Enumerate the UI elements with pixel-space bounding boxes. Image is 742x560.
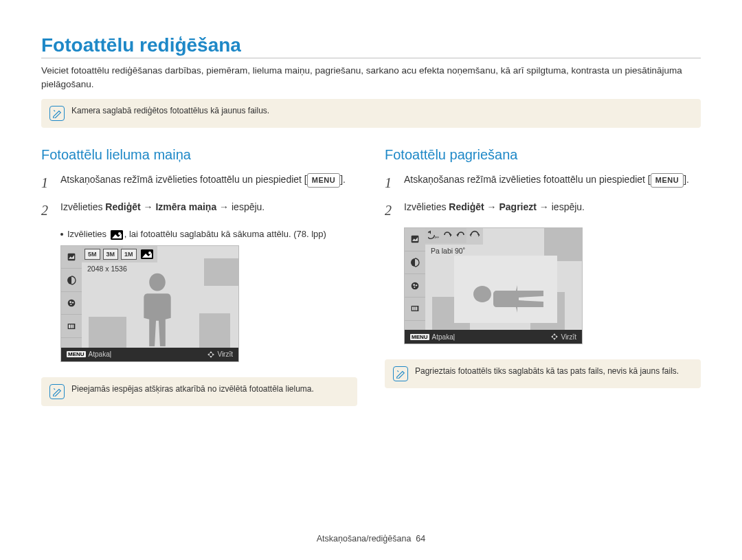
svg-text:OFF: OFF [434,236,439,239]
svg-rect-9 [71,324,72,328]
step1-text-a: Atskaņošanas režīmā izvēlieties fotoattē… [60,174,302,185]
note-resize: Pieejamās iespējas atšķiras atkarībā no … [41,377,357,406]
rotate-step-2: 2 Izvēlieties Rediģēt → Pagriezt → iespē… [385,200,701,221]
start-image-icon [141,249,153,259]
svg-point-6 [70,304,71,305]
svg-point-1 [118,232,121,235]
svg-rect-19 [412,307,414,311]
start-image-icon [111,230,123,240]
note-top: Kamera saglabā rediģētos fotoattēlus kā … [41,99,701,128]
ss-sidebar [61,246,82,361]
svg-rect-21 [416,307,417,311]
svg-point-14 [412,282,419,289]
note-icon [49,106,65,121]
ss-info-text: Pa labi 90˚ [429,246,466,256]
ss-toprow: OFF [425,228,483,245]
page-footer: Atskaņošana/rediģēšana 64 [0,534,742,544]
menu-button: MENU [651,173,684,188]
col-resize: Fotoattēlu lieluma maiņa 1 Atskaņošanas … [41,147,357,406]
note-icon [393,366,408,381]
step-number: 2 [41,200,54,221]
rotate-right-icon [442,229,453,243]
rotate-left-icon [456,229,466,243]
ss-bottom-bar: MENUAtpakaļ Virzīt [61,348,238,361]
step-number: 1 [41,172,54,193]
svg-point-4 [69,301,71,303]
svg-point-15 [413,284,415,286]
step-number: 1 [385,172,397,193]
svg-point-5 [72,302,74,303]
menu-button: MENU [307,173,340,188]
resize-step-1: 1 Atskaņošanas režīmā izvēlieties fotoat… [41,172,357,193]
ss-toprow: 5M 3M 1M [82,246,157,262]
note-rotate-text: Pagrieztais fotoattēls tiks saglabāts kā… [415,366,679,376]
svg-rect-20 [414,307,416,311]
note-rotate: Pagrieztais fotoattēls tiks saglabāts kā… [385,359,701,388]
intro-text: Veiciet fotoattēlu rediģēšanas darbības,… [41,64,701,91]
rotate-180-icon [469,229,480,243]
svg-rect-10 [72,324,74,328]
svg-point-12 [148,251,151,254]
rotate-screenshot: OFF Pa labi 90˚ MENUAtpakaļ Virzīt [404,227,583,344]
heading-resize: Fotoattēlu lieluma maiņa [41,147,357,163]
rotate-off-icon: OFF [428,229,439,243]
resize-screenshot: 5M 3M 1M 2048 x 1536 MENUAtpakaļ Virzīt [60,245,239,362]
note-icon [49,384,65,399]
person-silhouette-icon [126,268,188,349]
page-title: Fotoattēlu rediģēšana [41,34,701,58]
note-resize-text: Pieejamās iespējas atšķiras atkarībā no … [71,384,314,394]
svg-point-3 [68,300,76,307]
size-chip: 5M [85,249,100,260]
person-rotated-silhouette-icon [463,267,552,322]
heading-rotate: Fotoattēlu pagriešana [385,147,701,163]
ss-bottom-bar: MENUAtpakaļ Virzīt [405,330,582,344]
size-chip: 1M [121,249,137,260]
svg-point-16 [416,284,417,286]
step1-text-a: Atskaņošanas režīmā izvēlieties fotoattē… [404,174,645,185]
resize-step-2: 2 Izvēlieties Rediģēt → Izmēra maiņa → i… [41,200,357,221]
svg-rect-8 [69,324,70,328]
note-top-text: Kamera saglabā rediģētos fotoattēlus kā … [71,106,269,115]
size-chip: 3M [103,249,119,260]
svg-point-17 [414,287,415,288]
step-number: 2 [385,200,397,221]
resize-bullet: Izvēlieties , lai fotoattēlu saglabātu k… [60,227,357,241]
ss-info-text: 2048 x 1536 [86,264,128,273]
ss-sidebar [405,228,425,344]
rotate-step-1: 1 Atskaņošanas režīmā izvēlieties fotoat… [385,172,701,193]
col-rotate: Fotoattēlu pagriešana 1 Atskaņošanas rež… [385,147,701,406]
